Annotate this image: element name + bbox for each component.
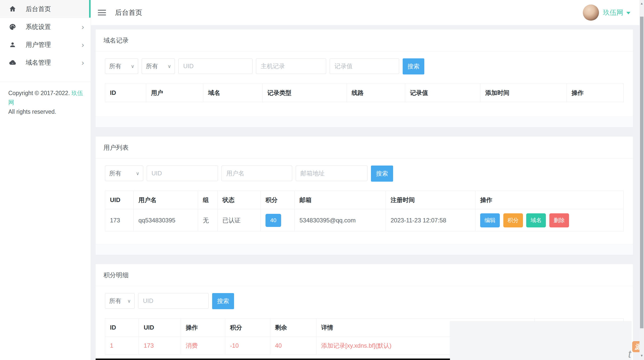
card-footer — [96, 244, 633, 255]
group-select[interactable]: 所有 ∨ — [105, 166, 143, 181]
chevron-down-icon: ∨ — [168, 63, 171, 69]
sidebar: 后台首页 系统设置 › 用户管理 › ∞ 域名管理 › Copyright © … — [0, 0, 91, 360]
user-list-table: UID 用户名 组 状态 积分 邮箱 注册时间 操作 173 qq5348303… — [105, 191, 624, 231]
column-header: 记录值 — [405, 84, 480, 102]
column-header: 用户名 — [134, 191, 198, 209]
sidebar-item-users[interactable]: 用户管理 › — [0, 36, 91, 54]
chevron-right-icon: › — [82, 23, 84, 31]
scrollbar-thumb[interactable] — [640, 17, 643, 328]
section-title: 积分明细 — [96, 264, 633, 286]
topbar: 后台首页 玖伍网 — [91, 0, 644, 25]
table-cell: 2023-11-23 12:07:58 — [386, 209, 475, 231]
column-header: 操作 — [475, 191, 624, 209]
column-header: 用户 — [146, 84, 203, 102]
uid-input[interactable] — [138, 293, 209, 309]
search-button[interactable]: 搜索 — [403, 58, 424, 74]
column-header: UID — [105, 191, 134, 209]
record-value-input[interactable] — [330, 58, 399, 74]
column-header: ID — [105, 84, 146, 102]
svg-text:∞: ∞ — [12, 62, 13, 64]
column-header: UID — [139, 318, 181, 337]
watermark-letter: t — [628, 348, 631, 360]
line-select[interactable]: 所有 ∨ — [142, 58, 175, 74]
bottom-bar — [96, 358, 451, 360]
column-header: 积分 — [261, 191, 295, 209]
user-list-card: 用户列表 所有 ∨ 搜索 UID 用户名 组 — [96, 137, 633, 255]
card-footer — [96, 116, 633, 127]
host-record-input[interactable] — [256, 58, 326, 74]
main-content: 域名记录 所有 ∨ 所有 ∨ 搜索 — [91, 25, 644, 360]
column-header: 域名 — [203, 84, 262, 102]
column-header: 邮箱 — [295, 191, 386, 209]
type-select[interactable]: 所有 ∨ — [105, 293, 135, 309]
sidebar-item-label: 后台首页 — [26, 5, 51, 13]
page-title: 后台首页 — [115, 8, 142, 17]
chevron-down-icon: ∨ — [136, 171, 139, 176]
table-cell: 173 — [139, 337, 181, 355]
chevron-right-icon: › — [82, 59, 84, 66]
sidebar-item-settings[interactable]: 系统设置 › — [0, 18, 91, 36]
points-button[interactable]: 积分 — [503, 213, 523, 227]
domain-records-table: ID 用户 域名 记录类型 线路 记录值 添加时间 操作 — [105, 84, 624, 102]
sidebar-item-label: 系统设置 — [26, 23, 51, 31]
hamburger-menu-icon[interactable] — [98, 10, 106, 15]
chevron-down-icon: ∨ — [127, 298, 131, 304]
sidebar-item-label: 用户管理 — [26, 41, 51, 49]
domain-button[interactable]: 域名 — [526, 213, 546, 227]
email-input[interactable] — [296, 166, 367, 181]
avatar[interactable] — [583, 5, 599, 21]
search-button[interactable]: 搜索 — [212, 293, 234, 309]
points-detail-filters: 所有 ∨ 搜索 — [105, 293, 624, 309]
column-header: 组 — [198, 191, 218, 209]
column-header: 积分 — [225, 318, 270, 337]
palette-icon — [9, 23, 18, 30]
table-cell: 534830395@qq.com — [295, 209, 386, 231]
user-icon — [9, 41, 18, 48]
column-header: 线路 — [347, 84, 405, 102]
column-header: ID — [105, 318, 139, 337]
column-header: 剩余 — [270, 318, 316, 337]
table-cell: 173 — [105, 209, 134, 231]
table-cell: 40 — [270, 337, 316, 355]
domain-records-filters: 所有 ∨ 所有 ∨ 搜索 — [105, 58, 624, 74]
table-cell: 无 — [198, 209, 218, 231]
scrollbar[interactable]: ▲ ▼ — [639, 0, 644, 360]
search-button[interactable]: 搜索 — [371, 166, 393, 182]
chevron-right-icon: › — [82, 41, 84, 49]
copyright-text: Copyright © 2017-2022. 玖伍网 All rights re… — [0, 82, 91, 116]
table-cell: qq534830395 — [134, 209, 198, 231]
edit-button[interactable]: 编辑 — [480, 213, 500, 227]
sidebar-item-home[interactable]: 后台首页 — [0, 0, 91, 18]
table-cell: 编辑 积分 域名 删除 — [475, 209, 624, 231]
uid-input[interactable] — [147, 166, 218, 181]
column-header: 记录类型 — [262, 84, 347, 102]
section-title: 域名记录 — [96, 29, 633, 51]
sidebar-item-label: 域名管理 — [26, 58, 51, 67]
table-cell: -10 — [225, 337, 270, 355]
uid-input[interactable] — [178, 58, 252, 74]
username-input[interactable] — [221, 166, 292, 181]
column-header: 状态 — [218, 191, 261, 209]
domain-records-card: 域名记录 所有 ∨ 所有 ∨ 搜索 — [96, 29, 633, 127]
delete-button[interactable]: 删除 — [549, 213, 569, 227]
sidebar-item-domains[interactable]: ∞ 域名管理 › — [0, 54, 91, 71]
user-list-filters: 所有 ∨ 搜索 — [105, 166, 624, 182]
section-title: 用户列表 — [96, 137, 633, 158]
home-icon — [9, 5, 18, 12]
table-cell: 已认证 — [218, 209, 261, 231]
points-badge[interactable]: 40 — [266, 214, 281, 227]
column-header: 操作 — [181, 318, 225, 337]
table-cell: 40 — [261, 209, 295, 231]
scroll-up-arrow[interactable]: ▲ — [639, 2, 644, 5]
type-select[interactable]: 所有 ∨ — [105, 58, 138, 74]
table-cell: 消费 — [181, 337, 225, 355]
column-header: 操作 — [567, 84, 624, 102]
table-row: 173 qq534830395 无 已认证 40 534830395@qq.co… — [105, 209, 624, 231]
caret-down-icon[interactable] — [626, 12, 630, 14]
scroll-down-arrow[interactable]: ▼ — [639, 354, 644, 357]
cloud-icon: ∞ — [9, 59, 18, 66]
user-menu[interactable]: 玖伍网 — [583, 5, 630, 21]
user-name[interactable]: 玖伍网 — [603, 8, 623, 17]
overlay-panel — [450, 321, 632, 360]
table-cell: 1 — [105, 337, 139, 355]
